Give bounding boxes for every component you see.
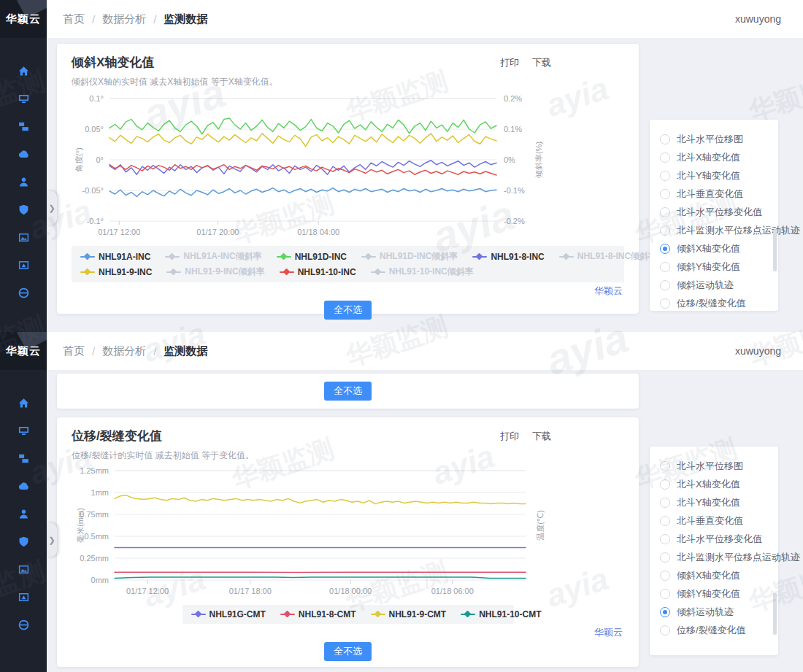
radio-icon[interactable] [660, 207, 670, 217]
legend-item[interactable]: NHL91-9-CMT [371, 609, 447, 619]
sidebar-item-monitor[interactable] [0, 85, 47, 112]
sidebar-item-shield[interactable] [0, 196, 47, 223]
legend-item[interactable]: NHL91-10-INC [280, 267, 356, 277]
radio-icon[interactable] [660, 479, 670, 490]
legend-item[interactable]: NHL91-10-CMT [461, 609, 541, 619]
chart-type-option[interactable]: 北斗X轴变化值 [660, 475, 768, 493]
chart-type-option[interactable]: 北斗垂直变化值 [660, 185, 768, 203]
scrollbar-thumb[interactable] [773, 229, 777, 271]
legend-item[interactable]: NHL91-9-INC倾斜率 [166, 266, 264, 278]
chart-type-option[interactable]: 北斗监测水平位移点运动轨迹 [660, 548, 768, 566]
chart-type-option[interactable]: 位移/裂缝变化值 [660, 621, 768, 639]
deselect-all-button[interactable]: 全不选 [324, 642, 372, 661]
chart-type-option[interactable]: 北斗水平位移变化值 [660, 530, 768, 548]
chart-type-option[interactable]: 倾斜X轴变化值 [660, 566, 768, 584]
legend-item[interactable]: NHL91-8-CMT [280, 609, 356, 619]
chart-type-option[interactable]: 北斗Y轴变化值 [660, 493, 768, 511]
sidebar-item-globe[interactable] [0, 611, 47, 638]
sidebar-item-station[interactable] [0, 168, 47, 196]
image-icon [18, 231, 30, 244]
chart-type-option[interactable]: 北斗垂直变化值 [660, 511, 768, 530]
download-button[interactable]: 下载 [532, 56, 551, 69]
breadcrumb-data-analysis[interactable]: 数据分析 [102, 344, 146, 358]
chart-type-option[interactable]: 北斗X轴变化值 [660, 148, 768, 166]
radio-icon[interactable] [660, 189, 670, 199]
legend-item[interactable]: NHL91-8-INC倾斜率 [559, 250, 657, 263]
legend-item[interactable]: NHL91A-INC [80, 252, 150, 262]
app-logo[interactable]: 华颖云 [0, 332, 47, 370]
legend-item[interactable]: NHL91D-INC倾斜率 [361, 250, 458, 263]
radio-icon[interactable] [660, 134, 670, 144]
sidebar-item-media[interactable] [0, 583, 47, 611]
deselect-all-button[interactable]: 全不选 [324, 382, 372, 401]
sidebar-item-monitor[interactable] [0, 417, 47, 444]
radio-icon[interactable] [660, 152, 670, 163]
legend-item[interactable]: NHL91G-CMT [191, 609, 266, 619]
chart-type-option[interactable]: 倾斜运动轨迹 [660, 603, 768, 621]
chart-type-option[interactable]: 倾斜Y轴变化值 [660, 258, 768, 276]
chart-type-option[interactable]: 北斗水平位移图 [660, 457, 768, 475]
print-button[interactable]: 打印 [500, 430, 519, 443]
app-logo[interactable]: 华颖云 [0, 0, 47, 38]
deselect-all-button[interactable]: 全不选 [324, 301, 372, 320]
breadcrumb-home[interactable]: 首页 [63, 344, 85, 358]
radio-icon[interactable] [660, 262, 670, 272]
radio-icon[interactable] [660, 534, 670, 544]
chart-type-option[interactable]: 北斗Y轴变化值 [660, 166, 768, 185]
brand-link[interactable]: 华颖云 [72, 626, 624, 639]
sidebar-item-image[interactable] [0, 555, 47, 583]
line-chart-displacement[interactable]: 1.25mm1mm0.75mm0.5mm0.25mm0mm01/17 12:00… [72, 465, 624, 603]
sidebar-item-device[interactable] [0, 112, 47, 140]
username[interactable]: xuwuyong [735, 345, 781, 357]
radio-icon[interactable] [660, 607, 670, 617]
breadcrumb-home[interactable]: 首页 [63, 12, 85, 26]
sidebar-item-home[interactable] [0, 57, 47, 85]
radio-icon[interactable] [660, 571, 670, 581]
radio-icon[interactable] [660, 171, 670, 181]
legend-item[interactable]: NHL91-9-INC [80, 267, 152, 277]
radio-icon[interactable] [660, 225, 670, 236]
breadcrumb-separator: / [153, 345, 156, 358]
radio-icon[interactable] [660, 625, 670, 636]
username[interactable]: xuwuyong [735, 13, 781, 25]
chart-type-option[interactable]: 北斗监测水平位移点运动轨迹 [660, 221, 768, 239]
sidebar-collapse-handle[interactable]: ❯ [47, 191, 57, 225]
chart-title: 倾斜X轴变化值 [72, 54, 154, 71]
legend-item[interactable]: NHL91-10-INC倾斜率 [371, 266, 474, 278]
legend-item[interactable]: NHL91A-INC倾斜率 [165, 250, 261, 263]
radio-icon[interactable] [660, 298, 670, 309]
sidebar-item-globe[interactable] [0, 279, 47, 306]
sidebar-collapse-handle[interactable]: ❯ [47, 523, 57, 557]
radio-icon[interactable] [660, 498, 670, 508]
chart-type-option[interactable]: 倾斜Y轴变化值 [660, 584, 768, 603]
sidebar-item-cloud[interactable] [0, 472, 47, 500]
sidebar-item-device[interactable] [0, 444, 47, 472]
radio-icon[interactable] [660, 244, 670, 254]
svg-text:0°: 0° [96, 155, 104, 164]
sidebar-item-station[interactable] [0, 500, 47, 528]
chart-type-option[interactable]: 位移/裂缝变化值 [660, 294, 768, 312]
download-button[interactable]: 下载 [532, 430, 551, 443]
line-chart-tilt-x[interactable]: 0.1°0.2%0.05°0.1%0°0%-0.05°-0.1%-0.1°-0.… [72, 91, 624, 246]
sidebar-item-media[interactable] [0, 251, 47, 279]
sidebar-item-image[interactable] [0, 223, 47, 251]
breadcrumb-data-analysis[interactable]: 数据分析 [102, 12, 146, 26]
radio-icon[interactable] [660, 280, 670, 290]
print-button[interactable]: 打印 [500, 56, 519, 69]
legend-item[interactable]: NHL91-8-INC [472, 252, 544, 262]
sidebar-item-shield[interactable] [0, 528, 47, 555]
radio-icon[interactable] [660, 516, 670, 526]
chart-type-option[interactable]: 北斗水平位移变化值 [660, 203, 768, 221]
brand-link[interactable]: 华颖云 [72, 285, 624, 298]
option-label: 倾斜X轴变化值 [677, 242, 740, 255]
radio-icon[interactable] [660, 552, 670, 563]
legend-item[interactable]: NHL91D-INC [277, 252, 347, 262]
chart-type-option[interactable]: 倾斜运动轨迹 [660, 276, 768, 294]
scrollbar-thumb[interactable] [773, 592, 777, 635]
sidebar-item-cloud[interactable] [0, 140, 47, 168]
chart-type-option[interactable]: 倾斜X轴变化值 [660, 239, 768, 258]
chart-type-option[interactable]: 北斗水平位移图 [660, 130, 768, 148]
radio-icon[interactable] [660, 589, 670, 599]
radio-icon[interactable] [660, 461, 670, 471]
sidebar-item-home[interactable] [0, 389, 47, 417]
